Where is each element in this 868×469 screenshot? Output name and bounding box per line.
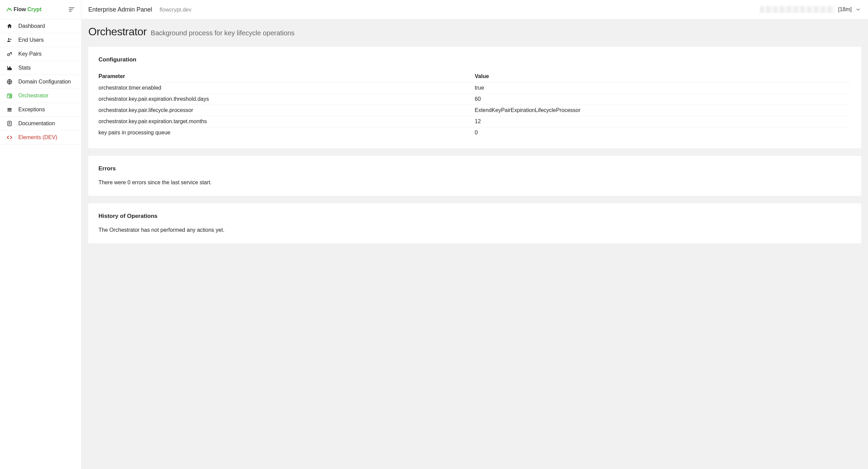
content: Configuration Parameter Value orchestrat… — [82, 47, 868, 250]
sidebar-item-label: Key Pairs — [18, 51, 41, 57]
cell-param: orchestrator.key.pair.lifecycle.processo… — [98, 105, 475, 116]
cell-value: ExtendKeyPairExpirationLifecycleProcesso… — [475, 105, 851, 116]
logo[interactable]: FlowCrypt — [6, 6, 41, 13]
sidebar-item-domain-config[interactable]: Domain Configuration — [0, 75, 81, 89]
table-header-value: Value — [475, 71, 851, 82]
history-body: The Orchestrator has not performed any a… — [98, 227, 851, 233]
svg-point-0 — [8, 38, 10, 40]
sidebar-item-label: End Users — [18, 37, 44, 43]
menu-toggle-icon[interactable] — [68, 6, 75, 13]
cell-param: orchestrator.key.pair.expiration.target.… — [98, 116, 475, 127]
sidebar-item-label: Exceptions — [18, 107, 45, 113]
card-errors: Errors There were 0 errors since the las… — [88, 156, 861, 196]
sidebar-item-stats[interactable]: Stats — [0, 61, 81, 75]
sidebar-nav: Dashboard End Users Key Pairs Stats Doma… — [0, 19, 81, 145]
card-title: Configuration — [98, 56, 851, 63]
card-title: Errors — [98, 165, 851, 172]
users-icon — [6, 37, 13, 43]
chevron-down-icon[interactable] — [855, 6, 861, 13]
sidebar-item-label: Domain Configuration — [18, 79, 71, 85]
errors-body: There were 0 errors since the last servi… — [98, 180, 851, 186]
code-icon — [6, 134, 13, 140]
sidebar-item-elements-dev[interactable]: Elements (DEV) — [0, 131, 81, 145]
sidebar-item-orchestrator[interactable]: Orchestrator — [0, 89, 81, 103]
sidebar-item-key-pairs[interactable]: Key Pairs — [0, 47, 81, 61]
sidebar-item-end-users[interactable]: End Users — [0, 33, 81, 47]
sidebar-item-dashboard[interactable]: Dashboard — [0, 19, 81, 33]
sidebar: FlowCrypt Dashboard End Users Key Pairs … — [0, 0, 82, 469]
cell-value: 12 — [475, 116, 851, 127]
topbar-left: Enterprise Admin Panel flowcrypt.dev — [88, 6, 191, 13]
sidebar-item-documentation[interactable]: Documentation — [0, 117, 81, 131]
topbar-right: [18m] — [760, 6, 861, 13]
sidebar-item-label: Orchestrator — [18, 93, 49, 99]
sidebar-item-label: Elements (DEV) — [18, 134, 57, 140]
home-icon — [6, 23, 13, 29]
user-identity-redacted — [760, 6, 835, 13]
card-title: History of Operations — [98, 213, 851, 220]
logo-text-crypt: Crypt — [27, 6, 41, 13]
svg-rect-3 — [8, 68, 9, 70]
cell-value: true — [475, 82, 851, 94]
svg-rect-4 — [10, 67, 10, 70]
sidebar-item-label: Documentation — [18, 120, 55, 127]
page-subtitle: Background process for key lifecycle ope… — [151, 29, 295, 37]
topbar-title: Enterprise Admin Panel — [88, 6, 152, 13]
table-row: key pairs in processing queue 0 — [98, 127, 851, 138]
table-row: orchestrator.key.pair.lifecycle.processo… — [98, 105, 851, 116]
card-history: History of Operations The Orchestrator h… — [88, 203, 861, 243]
exceptions-icon — [6, 107, 13, 113]
sidebar-item-exceptions[interactable]: Exceptions — [0, 103, 81, 117]
sidebar-item-label: Dashboard — [18, 23, 45, 29]
table-header-parameter: Parameter — [98, 71, 475, 82]
config-table: Parameter Value orchestrator.timer.enabl… — [98, 71, 851, 138]
table-row: orchestrator.key.pair.expiration.thresho… — [98, 94, 851, 105]
logo-mark-icon — [6, 6, 12, 13]
topbar: Enterprise Admin Panel flowcrypt.dev [18… — [82, 0, 868, 19]
sidebar-item-label: Stats — [18, 65, 31, 71]
cell-param: orchestrator.key.pair.expiration.thresho… — [98, 94, 475, 105]
table-row: orchestrator.timer.enabled true — [98, 82, 851, 94]
sidebar-header: FlowCrypt — [0, 0, 81, 19]
calendar-clock-icon — [6, 93, 13, 99]
globe-icon — [6, 79, 13, 85]
topbar-domain: flowcrypt.dev — [160, 7, 191, 13]
page-header: Orchestrator Background process for key … — [82, 19, 868, 47]
session-time: [18m] — [838, 6, 852, 13]
svg-point-1 — [10, 39, 11, 40]
svg-rect-5 — [11, 69, 12, 70]
stats-icon — [6, 65, 13, 71]
card-configuration: Configuration Parameter Value orchestrat… — [88, 47, 861, 148]
table-row: orchestrator.key.pair.expiration.target.… — [98, 116, 851, 127]
document-icon — [6, 120, 13, 127]
cell-param: key pairs in processing queue — [98, 127, 475, 138]
svg-point-2 — [7, 54, 10, 56]
cell-param: orchestrator.timer.enabled — [98, 82, 475, 94]
logo-text-flow: Flow — [14, 6, 26, 13]
cell-value: 0 — [475, 127, 851, 138]
page-title: Orchestrator — [88, 25, 147, 38]
main: Enterprise Admin Panel flowcrypt.dev [18… — [82, 0, 868, 469]
key-icon — [6, 51, 13, 57]
cell-value: 60 — [475, 94, 851, 105]
